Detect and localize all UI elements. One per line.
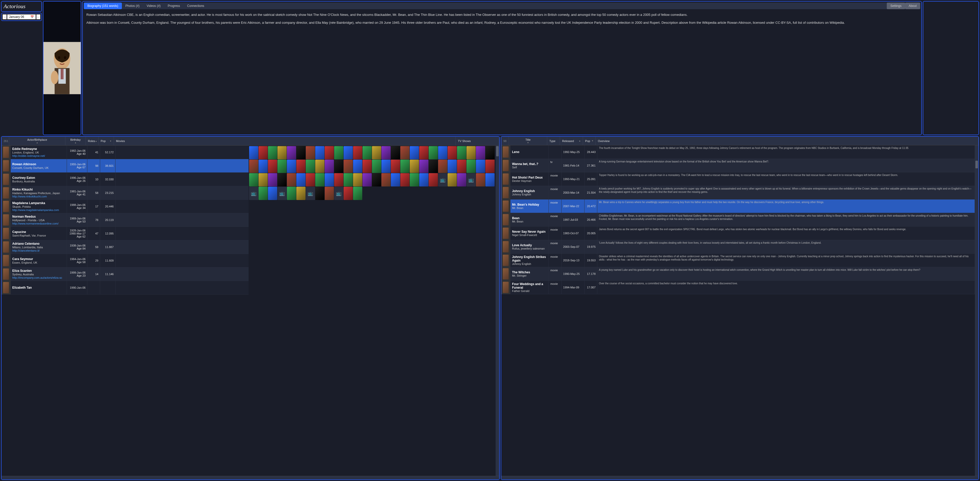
col-overview[interactable]: Overview	[596, 137, 978, 145]
actor-link[interactable]: http://www.magdalenalamparska.com	[12, 209, 65, 212]
movie-poster[interactable]	[259, 146, 268, 159]
movie-poster[interactable]	[457, 173, 466, 186]
actor-row[interactable]: Magdalena Lamparska Słupsk, Polska http:…	[2, 200, 248, 213]
movie-poster[interactable]	[296, 146, 305, 159]
movie-poster[interactable]	[457, 160, 466, 173]
col-actor[interactable]: Actor/Birthplace▲	[9, 137, 65, 145]
movie-poster[interactable]	[334, 173, 344, 186]
movie-poster[interactable]	[268, 187, 277, 200]
col-title[interactable]: Title▲	[509, 137, 547, 145]
movie-poster[interactable]	[410, 146, 419, 159]
tab-progress[interactable]: Progress	[164, 3, 184, 9]
actors-hscrollbar[interactable]	[2, 476, 499, 479]
movie-poster[interactable]	[325, 160, 334, 173]
movie-poster[interactable]	[325, 173, 334, 186]
movie-poster[interactable]	[353, 187, 362, 200]
col-roles[interactable]: Roles▲	[86, 137, 99, 145]
movie-poster[interactable]	[249, 146, 258, 159]
movie-poster[interactable]	[382, 160, 391, 173]
movie-poster[interactable]	[296, 160, 305, 173]
movie-poster[interactable]	[249, 160, 258, 173]
tab-biography[interactable]: Biography (151 words)	[84, 3, 122, 9]
movie-poster[interactable]	[277, 146, 286, 159]
movie-poster[interactable]	[249, 173, 258, 186]
movie-poster[interactable]	[419, 160, 428, 173]
movie-poster[interactable]	[400, 173, 409, 186]
movie-poster[interactable]	[448, 173, 457, 186]
movie-poster[interactable]	[363, 173, 372, 186]
date-prev-button[interactable]: ◀	[3, 14, 6, 19]
movie-poster[interactable]	[259, 187, 268, 200]
movie-poster[interactable]	[287, 160, 296, 173]
movie-poster[interactable]	[287, 187, 296, 200]
col-released[interactable]: Released▲	[560, 137, 583, 145]
actors-grid-body[interactable]: Eddie Redmayne London, England, UK http:…	[2, 146, 248, 476]
movie-poster[interactable]	[419, 146, 428, 159]
movie-poster[interactable]	[485, 146, 495, 159]
col-pop[interactable]: Pop▼	[99, 137, 114, 145]
actor-link[interactable]: http://www.normanreedusonline.com/	[12, 222, 65, 225]
col-type[interactable]: Type	[547, 137, 560, 145]
actor-row[interactable]: Courtney Eaton Bunbury, Australia 1996-J…	[2, 173, 248, 186]
movie-poster[interactable]	[287, 173, 296, 186]
movie-poster[interactable]	[344, 160, 353, 173]
movie-poster[interactable]	[296, 187, 305, 200]
movie-poster[interactable]	[268, 146, 277, 159]
tv-icon[interactable]: 📺	[334, 187, 344, 200]
title-row[interactable]: Love Actually Rufus, jewellery salesman …	[501, 240, 975, 254]
title-row[interactable]: Johnny English Strikes Again Johnny Engl…	[501, 254, 975, 267]
title-row[interactable]: Johnny English Johnny English movie 2003…	[501, 186, 975, 199]
actor-link[interactable]: http://eddie-redmayne.net/	[12, 154, 65, 158]
movie-poster[interactable]	[296, 173, 305, 186]
movie-poster[interactable]	[372, 146, 381, 159]
tab-settings[interactable]: Settings	[887, 3, 905, 9]
date-input[interactable]: January 06 📅	[7, 14, 36, 19]
movies-posters-area[interactable]: 📺📺📺📺📺📺	[248, 146, 496, 476]
titles-hscrollbar[interactable]	[501, 476, 978, 479]
movie-poster[interactable]	[353, 146, 362, 159]
movie-poster[interactable]	[400, 160, 409, 173]
movie-poster[interactable]	[476, 173, 485, 186]
movie-poster[interactable]	[372, 160, 381, 173]
movie-poster[interactable]	[485, 160, 495, 173]
movie-poster[interactable]	[277, 173, 286, 186]
actor-row[interactable]: Elizabeth Tan 1990-Jan-06	[2, 281, 248, 295]
movie-poster[interactable]	[372, 173, 381, 186]
actor-row[interactable]: Cara Seymour Essex, England, UK 1964-Jan…	[2, 254, 248, 268]
titles-scrollbar[interactable]	[975, 145, 978, 476]
movie-poster[interactable]	[382, 146, 391, 159]
actor-row[interactable]: Rinko Kikuchi Hadano, Kanagawa Prefectur…	[2, 186, 248, 200]
title-row[interactable]: The Witches Mr. Stringer movie 1990-May-…	[501, 267, 975, 281]
movie-poster[interactable]	[410, 160, 419, 173]
movie-poster[interactable]	[363, 160, 372, 173]
title-row[interactable]: Hot Shots! Part Deux Dexter Hayman movie…	[501, 172, 975, 186]
movie-poster[interactable]	[391, 173, 400, 186]
movie-poster[interactable]	[306, 173, 315, 186]
col-tv[interactable]: TV Shows	[456, 137, 499, 145]
title-row[interactable]: Bean Mr. Bean movie 1997-Jul-03 20.466 C…	[501, 213, 975, 226]
actor-row[interactable]: Norman Reedus Hollywood - Florida - USA …	[2, 213, 248, 227]
movie-poster[interactable]	[438, 146, 447, 159]
movie-poster[interactable]	[325, 187, 334, 200]
col-birthday[interactable]: Birthday▲	[65, 137, 86, 145]
title-row[interactable]: Never Say Never Again Nigel Small-Fawcet…	[501, 226, 975, 240]
movie-poster[interactable]	[353, 160, 362, 173]
title-row[interactable]: Leno 1992-May-25 28.443 The fourth incar…	[501, 145, 975, 159]
movie-poster[interactable]	[419, 173, 428, 186]
tv-icon[interactable]: 📺	[466, 173, 476, 186]
movie-poster[interactable]	[259, 160, 268, 173]
movie-poster[interactable]	[344, 173, 353, 186]
calendar-icon[interactable]: 📅	[30, 15, 34, 19]
movie-poster[interactable]	[306, 160, 315, 173]
actor-row[interactable]: Capucine Saint-Raphaël, Var, France 1928…	[2, 227, 248, 240]
movie-poster[interactable]	[457, 146, 466, 159]
movie-poster[interactable]	[400, 146, 409, 159]
tv-icon[interactable]: 📺	[249, 187, 258, 200]
actor-link[interactable]: http://www.rinkokikuchi.com	[12, 195, 65, 198]
actor-row[interactable]: Rowan Atkinson Consett, County Durham, U…	[2, 159, 248, 173]
movie-poster[interactable]	[268, 160, 277, 173]
movie-poster[interactable]	[448, 146, 457, 159]
tv-icon[interactable]: 📺	[277, 187, 286, 200]
movie-poster[interactable]	[315, 146, 325, 159]
movie-poster[interactable]	[363, 146, 372, 159]
